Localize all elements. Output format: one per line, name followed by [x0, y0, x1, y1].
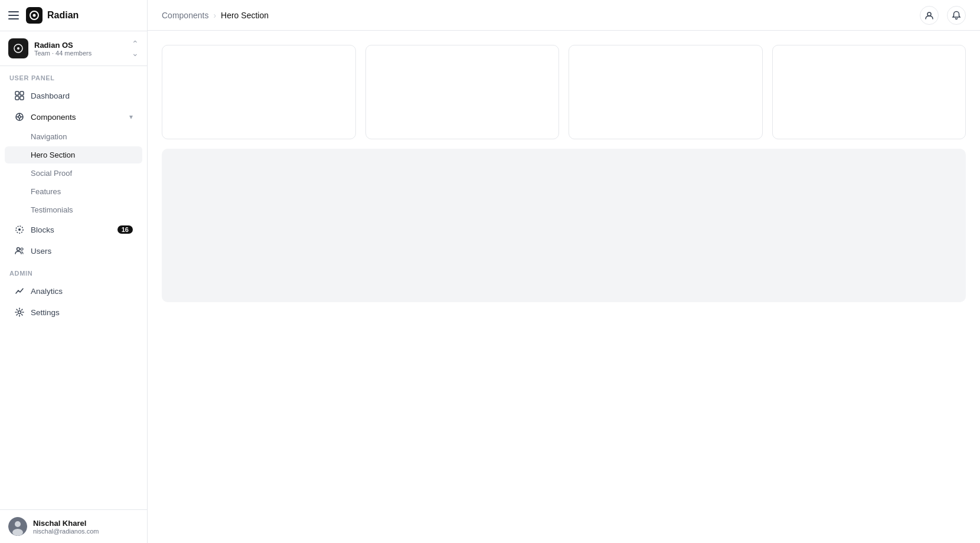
- avatar: [8, 517, 27, 536]
- user-email: nischal@radianos.com: [33, 528, 99, 535]
- dashboard-icon: [14, 90, 25, 101]
- app-name: Radian: [47, 10, 79, 21]
- sidebar-subitem-features[interactable]: Features: [5, 183, 142, 200]
- breadcrumb-parent[interactable]: Components: [162, 11, 208, 20]
- components-label: Components: [31, 113, 76, 122]
- workspace-avatar: [8, 38, 28, 58]
- settings-icon: [14, 307, 25, 318]
- admin-label: ADMIN: [0, 261, 147, 280]
- components-icon: [14, 112, 25, 122]
- sidebar-subitem-testimonials[interactable]: Testimonials: [5, 201, 142, 218]
- analytics-label: Analytics: [31, 287, 63, 296]
- topbar: Components › Hero Section: [148, 0, 980, 31]
- content-area: [148, 31, 980, 543]
- svg-point-18: [18, 311, 21, 314]
- users-icon: [14, 246, 25, 256]
- settings-label: Settings: [31, 308, 60, 317]
- workspace-subtitle: Team · 44 members: [34, 50, 126, 57]
- blocks-icon: [14, 224, 25, 235]
- breadcrumb-separator: ›: [213, 11, 216, 20]
- sidebar-item-settings[interactable]: Settings: [5, 302, 142, 322]
- svg-point-1: [33, 14, 36, 17]
- sidebar: Radian Radian OS Team · 44 members ⌃⌄ US…: [0, 0, 148, 543]
- svg-point-9: [18, 116, 21, 118]
- topbar-actions: [920, 6, 966, 25]
- dashboard-label: Dashboard: [31, 91, 70, 100]
- hamburger-menu-button[interactable]: [8, 11, 19, 19]
- breadcrumb-current: Hero Section: [221, 11, 269, 20]
- components-chevron-icon: ▾: [129, 113, 133, 121]
- card-3: [569, 45, 763, 139]
- blocks-label: Blocks: [31, 225, 54, 234]
- sidebar-item-components[interactable]: Components ▾: [5, 107, 142, 127]
- svg-point-21: [12, 529, 23, 536]
- svg-point-15: [18, 228, 21, 231]
- app-logo-icon: [26, 7, 43, 24]
- user-panel-label: USER PANEL: [0, 66, 147, 85]
- sidebar-subitem-hero-section[interactable]: Hero Section: [5, 146, 142, 163]
- card-grid: [162, 45, 966, 139]
- svg-point-22: [927, 12, 931, 16]
- analytics-icon: [14, 286, 25, 296]
- users-label: Users: [31, 247, 51, 256]
- card-1: [162, 45, 356, 139]
- sidebar-footer: Nischal Kharel nischal@radianos.com: [0, 509, 147, 543]
- profile-button[interactable]: [920, 6, 939, 25]
- workspace-info: Radian OS Team · 44 members: [34, 41, 126, 57]
- svg-rect-4: [15, 91, 19, 95]
- sidebar-item-dashboard[interactable]: Dashboard: [5, 86, 142, 106]
- workspace-selector[interactable]: Radian OS Team · 44 members ⌃⌄: [0, 31, 147, 66]
- sidebar-item-blocks[interactable]: Blocks 16: [5, 220, 142, 240]
- svg-rect-5: [20, 91, 24, 95]
- main-content: Components › Hero Section: [148, 0, 980, 543]
- svg-point-16: [17, 248, 20, 251]
- card-2: [365, 45, 560, 139]
- workspace-toggle-icon: ⌃⌄: [132, 39, 139, 58]
- sidebar-item-analytics[interactable]: Analytics: [5, 281, 142, 301]
- sidebar-subitem-social-proof[interactable]: Social Proof: [5, 165, 142, 182]
- notifications-button[interactable]: [947, 6, 966, 25]
- sidebar-header: Radian: [0, 0, 147, 31]
- large-content-block: [162, 149, 966, 302]
- breadcrumb: Components › Hero Section: [162, 11, 269, 20]
- user-info: Nischal Kharel nischal@radianos.com: [33, 519, 99, 535]
- blocks-badge: 16: [117, 225, 133, 234]
- svg-point-20: [15, 521, 21, 527]
- user-name: Nischal Kharel: [33, 519, 99, 528]
- workspace-name: Radian OS: [34, 41, 126, 50]
- sidebar-item-users[interactable]: Users: [5, 241, 142, 261]
- sidebar-subitem-navigation[interactable]: Navigation: [5, 128, 142, 145]
- svg-point-3: [17, 47, 19, 50]
- svg-rect-7: [20, 96, 24, 100]
- svg-rect-6: [15, 96, 19, 100]
- svg-point-17: [21, 248, 23, 250]
- card-4: [772, 45, 966, 139]
